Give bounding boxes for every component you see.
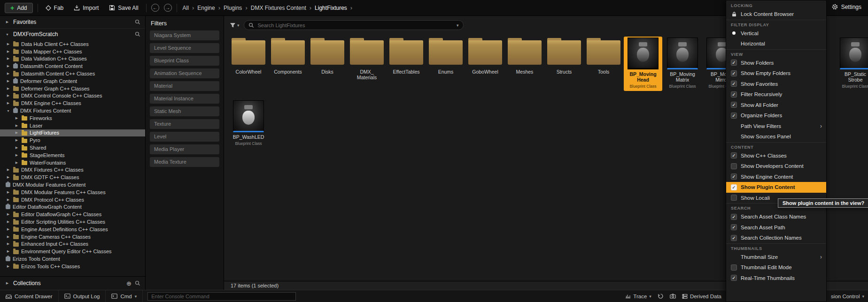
expand-arrow-icon[interactable] xyxy=(5,20,10,24)
menu-item-filter-recursively[interactable]: Filter Recursively xyxy=(726,89,826,100)
expand-arrow-icon[interactable] xyxy=(14,116,19,120)
menu-item-path-view-filters[interactable]: Path View Filters xyxy=(726,121,826,132)
tree-item-editor-dataflowgraph-content[interactable]: Editor DataflowGraph Content xyxy=(0,204,145,211)
expand-arrow-icon[interactable] xyxy=(6,220,11,224)
tree-item-waterfountains[interactable]: WaterFountains xyxy=(0,159,145,166)
menu-item-show-folders[interactable]: Show Folders xyxy=(726,58,826,68)
expand-arrow-icon[interactable] xyxy=(14,138,19,142)
filter-chip-animation-sequence[interactable]: Animation Sequence xyxy=(150,68,219,78)
tree-item-datasmith-content-c-classes[interactable]: Datasmith Content C++ Classes xyxy=(0,70,145,77)
menu-item-show-engine-content[interactable]: Show Engine Content xyxy=(726,172,826,182)
expand-arrow-icon[interactable] xyxy=(6,242,11,246)
filter-chip-texture[interactable]: Texture xyxy=(150,119,219,129)
filter-chip-blueprint-class[interactable]: Blueprint Class xyxy=(150,56,219,66)
tree-item-laser[interactable]: Laser xyxy=(0,122,145,129)
tree-item-editor-scripting-utilities-c-classes[interactable]: Editor Scripting Utilities C++ Classes xyxy=(0,218,145,226)
tree-item-shared[interactable]: Shared xyxy=(0,144,145,151)
search-icon[interactable] xyxy=(135,31,140,37)
folder-tile-dmx-materials[interactable]: DMX_ Materials xyxy=(349,38,385,80)
tree-item-dmx-protocol-c-classes[interactable]: DMX Protocol C++ Classes xyxy=(0,196,145,204)
breadcrumb-item-engine[interactable]: Engine xyxy=(197,5,215,11)
asset-search-input[interactable] xyxy=(257,22,454,29)
expand-arrow-icon[interactable] xyxy=(6,109,11,113)
menu-item-search-asset-class-names[interactable]: Search Asset Class Names xyxy=(726,211,826,222)
breadcrumb-item-all[interactable]: All xyxy=(183,5,189,11)
filter-chip-media-player[interactable]: Media Player xyxy=(150,144,219,154)
tree-item-stageelements[interactable]: StageElements xyxy=(0,151,145,159)
menu-item-show-plugin-content[interactable]: Show Plugin Content xyxy=(726,182,826,193)
fab-button[interactable]: Fab xyxy=(43,3,67,13)
menu-item-show-sources-panel[interactable]: Show Sources Panel xyxy=(726,131,826,142)
menu-item-show-empty-folders[interactable]: Show Empty Folders xyxy=(726,68,826,79)
tree-item-data-mapper-c-classes[interactable]: Data Mapper C++ Classes xyxy=(0,48,145,55)
filter-chip-niagara-system[interactable]: Niagara System xyxy=(150,30,219,40)
trace-button[interactable]: Trace ▾ xyxy=(625,294,651,299)
tree-item-deformer-graph-content[interactable]: Deformer Graph Content xyxy=(0,77,145,85)
filter-chip-static-mesh[interactable]: Static Mesh xyxy=(150,106,219,116)
tree-item-deformer-graph-c-classes[interactable]: Deformer Graph C++ Classes xyxy=(0,85,145,92)
expand-arrow-icon[interactable] xyxy=(6,64,11,68)
menu-item-thumbnail-size[interactable]: Thumbnail Size xyxy=(726,252,826,263)
filter-chip-media-texture[interactable]: Media Texture xyxy=(150,157,219,167)
expand-arrow-icon[interactable] xyxy=(5,33,10,36)
expand-arrow-icon[interactable] xyxy=(6,249,11,253)
folder-tile-meshes[interactable]: Meshes xyxy=(506,38,543,75)
expand-arrow-icon[interactable] xyxy=(6,235,11,239)
expand-arrow-icon[interactable] xyxy=(6,72,11,76)
expand-arrow-icon[interactable] xyxy=(5,281,10,285)
folder-tile-tools[interactable]: Tools xyxy=(585,38,622,75)
asset-tile-bp-moving-matrix[interactable]: BP_Moving MatrixBlueprint Class xyxy=(664,38,701,90)
expand-arrow-icon[interactable] xyxy=(6,227,11,231)
tree-item-data-validation-c-classes[interactable]: Data Validation C++ Classes xyxy=(0,55,145,63)
menu-item-organize-folders[interactable]: Organize Folders xyxy=(726,110,826,121)
folder-tile-colorwheel[interactable]: ColorWheel xyxy=(230,38,267,75)
expand-arrow-icon[interactable] xyxy=(6,79,11,83)
folder-tile-disks[interactable]: Disks xyxy=(309,38,346,75)
folder-tile-effecttables[interactable]: EffectTables xyxy=(388,38,425,75)
folder-tile-structs[interactable]: Structs xyxy=(546,38,582,75)
filter-chip-level[interactable]: Level xyxy=(150,132,219,142)
tree-item-dmx-fixtures-c-classes[interactable]: DMX Fixtures C++ Classes xyxy=(0,166,145,174)
back-button[interactable]: ← xyxy=(151,4,159,12)
derived-data-button[interactable]: Derived Data xyxy=(682,294,721,299)
expand-arrow-icon[interactable] xyxy=(14,124,19,128)
tree-item-erizos-tools-c-classes[interactable]: Erizos Tools C++ Classes xyxy=(0,263,145,270)
tree-item-pyro[interactable]: Pyro xyxy=(0,136,145,144)
tree-item-engine-cameras-c-classes[interactable]: Engine Cameras C++ Classes xyxy=(0,233,145,241)
expand-arrow-icon[interactable] xyxy=(6,212,11,216)
add-button[interactable]: + Add xyxy=(5,3,33,13)
tree-item-dmx-modular-features-content[interactable]: DMX Modular Features Content xyxy=(0,181,145,189)
camera-icon[interactable] xyxy=(670,294,676,299)
menu-item-show-favorites[interactable]: Show Favorites xyxy=(726,79,826,90)
menu-item-search-collection-names[interactable]: Search Collection Names xyxy=(726,233,826,243)
tree-item-engine-asset-definitions-c-classes[interactable]: Engine Asset Definitions C++ Classes xyxy=(0,226,145,233)
expand-arrow-icon[interactable] xyxy=(6,175,11,179)
search-icon[interactable] xyxy=(135,19,140,25)
tree-item-dmx-modular-features-c-classes[interactable]: DMX Modular Features C++ Classes xyxy=(0,189,145,196)
save-all-button[interactable]: Save All xyxy=(106,3,141,13)
favorites-header[interactable]: Favorites xyxy=(0,16,145,29)
expand-arrow-icon[interactable] xyxy=(6,94,11,98)
breadcrumb-item-dmx-fixtures-content[interactable]: DMX Fixtures Content xyxy=(251,5,306,11)
expand-arrow-icon[interactable] xyxy=(6,57,11,60)
expand-arrow-icon[interactable] xyxy=(6,198,11,202)
folder-tile-components[interactable]: Components xyxy=(270,38,306,75)
menu-item-vertical[interactable]: Vertical xyxy=(726,28,826,39)
tree-item-dmx-fixtures-content[interactable]: DMX Fixtures Content xyxy=(0,107,145,114)
saved-search-chevron-icon[interactable]: ▾ xyxy=(457,23,459,28)
menu-item-search-asset-path[interactable]: Search Asset Path xyxy=(726,222,826,233)
filter-chip-material-instance[interactable]: Material Instance xyxy=(150,94,219,104)
history-icon[interactable] xyxy=(658,293,664,299)
tree-item-editor-dataflowgraph-c-classes[interactable]: Editor DataflowGraph C++ Classes xyxy=(0,211,145,218)
breadcrumb-item-lightfixtures[interactable]: LightFixtures xyxy=(315,5,347,11)
expand-arrow-icon[interactable] xyxy=(6,50,11,53)
tree-item-data-hub-client-c-classes[interactable]: Data Hub Client C++ Classes xyxy=(0,40,145,48)
menu-item-horizontal[interactable]: Horizontal xyxy=(726,38,826,49)
root-folder-header[interactable]: DMXFromScratch xyxy=(0,29,145,40)
asset-tile-bp-static-strobe[interactable]: BP_Static StrobeBlueprint Class xyxy=(837,38,868,90)
asset-search-box[interactable]: ▾ xyxy=(244,20,464,30)
folder-tile-enums[interactable]: Enums xyxy=(427,38,464,75)
menu-item-lock-content-browser[interactable]: Lock Content Browser xyxy=(726,9,826,20)
menu-item-show-c-classes[interactable]: Show C++ Classes xyxy=(726,151,826,161)
expand-arrow-icon[interactable] xyxy=(6,101,11,105)
